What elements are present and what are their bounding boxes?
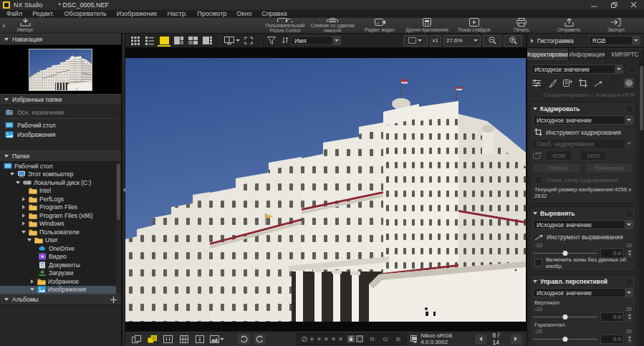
fullscreen-button[interactable] [242,35,255,47]
slider-thumb[interactable] [563,337,568,342]
expander-icon[interactable] [10,173,14,176]
straighten-slider[interactable] [533,249,597,256]
perspective-horizontal-value-field[interactable]: 0.0 [600,335,623,344]
expander-icon[interactable] [22,205,25,209]
include-edges-checkbox[interactable] [534,259,542,266]
expander-icon[interactable] [27,239,32,241]
print-button[interactable]: Печать [499,18,544,34]
star-icon[interactable]: ★ [330,336,336,342]
zoom-out-button[interactable] [483,35,501,47]
preset-checkbox[interactable] [628,65,635,73]
adjustments-preset-select[interactable]: Исходное значение [531,64,623,74]
perspective-preset-select[interactable]: Исходное значение [533,288,633,297]
crop-tool-button[interactable]: Инструмент кадрирования [533,127,633,138]
aspect-swap-icon[interactable] [533,152,542,160]
menu-file[interactable]: Файл [1,10,27,18]
albums-header[interactable]: Альбомы [0,294,121,305]
scrollbar-thumb[interactable] [640,66,643,130]
tree-item-intel[interactable]: Intel [0,187,121,196]
one-to-one-button[interactable] [162,334,174,345]
perspective-enable-checkbox[interactable] [625,278,633,286]
tree-item-this-pc[interactable]: Этот компьютер [0,170,121,179]
tree-scrollbar[interactable] [116,162,121,294]
expander-icon[interactable] [533,280,537,283]
crop-enable-checkbox[interactable] [625,105,633,113]
zoom-level-select[interactable]: 27.6% [443,35,481,47]
photo-canvas[interactable] [125,58,526,322]
histogram-expander-icon[interactable] [531,39,534,43]
expander-icon[interactable] [22,197,25,201]
tree-item-program-files[interactable]: Program Files [0,203,121,212]
tree-item-pictures-selected[interactable]: Изображения [0,286,121,294]
picture-control-button[interactable]: Пользовательский Picture Control [263,18,307,34]
levels-tool-icon[interactable] [532,79,542,87]
rating-zero-icon[interactable] [302,336,307,342]
tree-item-user[interactable]: User [0,236,121,245]
label-toggle[interactable] [356,335,363,342]
expander-icon[interactable] [16,181,20,184]
menu-window[interactable]: Окно [231,10,256,18]
tree-item-program-files-x86[interactable]: Program Files (x86) [0,211,121,220]
tree-item-onedrive[interactable]: OneDrive [0,244,121,253]
split-view-button[interactable] [172,35,185,47]
star-icon[interactable]: ★ [316,336,322,342]
add-album-button[interactable] [110,297,117,303]
crop-mode-select[interactable]: Своб. кадрирование [533,139,633,148]
favorite-item-pictures[interactable]: Изображения [0,130,121,139]
slider-thumb[interactable] [563,251,568,256]
thumbnail-grid-button[interactable] [178,334,190,345]
expander-icon[interactable] [22,213,25,218]
list-view-button[interactable] [143,35,156,47]
star-icon[interactable]: ★ [337,336,343,342]
crop-height-field[interactable]: 2832 [580,150,607,160]
settings-button[interactable] [624,78,634,88]
panel-scrollbar[interactable] [639,60,644,346]
pixel-shift-merge-button[interactable]: Слияние со сдвигом пикселя [310,18,355,34]
perspective-vertical-slider[interactable] [533,313,597,320]
crop-tool-icon[interactable] [579,79,587,87]
crop-cancel-button[interactable]: Отмена [533,163,582,173]
redo-button[interactable] [254,334,266,345]
perspective-horizontal-stepper[interactable] [626,334,633,345]
hdr-checkbox[interactable] [532,91,540,99]
filmstrip-view-button[interactable] [201,35,213,47]
menu-settings[interactable]: Настр. [163,10,193,18]
straighten-tool-icon[interactable] [594,79,602,87]
next-image-button[interactable] [511,335,522,344]
expander-icon[interactable] [31,279,34,284]
menu-help[interactable]: Справка [256,10,292,18]
crop-grid-checkbox[interactable] [534,176,542,184]
multi-view-button[interactable] [186,35,199,47]
tree-item-windows[interactable]: Windows [0,220,121,229]
compare-mode-button[interactable] [224,35,241,47]
menu-view[interactable]: Просмотр [192,10,231,18]
send-button[interactable]: Отправить [547,18,591,34]
favorites-header[interactable]: Избранные папки [0,94,121,105]
scrollbar-thumb[interactable] [117,164,120,220]
menu-image[interactable]: Изображение [112,10,163,18]
zoom-1to1-button[interactable]: x1 [430,35,441,47]
protect-toggle[interactable] [347,335,355,342]
folders-header[interactable]: Папки [0,150,121,162]
favorite-item-desktop[interactable]: Рабочий стол [0,120,121,130]
star-icon[interactable]: ★ [323,336,329,342]
tree-item-users[interactable]: Пользователи [0,228,121,236]
compare-button[interactable] [130,334,143,345]
tab-adjustments[interactable]: Корректировки [527,48,569,60]
expander-icon[interactable] [533,107,537,110]
straighten-tool-button[interactable]: Инструмент выравнивания [533,231,633,242]
menu-edit[interactable]: Редакт. [27,10,59,18]
tree-item-perflogs[interactable]: PerfLogs [0,195,121,203]
crop-preset-select[interactable]: Исходное значение [533,115,633,125]
histogram-channel-select[interactable]: RGB [589,36,640,45]
video-edit-button[interactable]: Редакт. видео [357,18,402,34]
undo-button[interactable] [238,334,250,345]
close-button[interactable] [624,0,644,10]
tree-item-downloads[interactable]: Загрузки [0,269,121,278]
minimize-button[interactable] [584,0,604,10]
restore-button[interactable] [604,0,624,10]
tab-info[interactable]: Информация [569,48,607,60]
toolbar-collapse-button[interactable] [0,18,9,34]
tab-xmp-iptc[interactable]: XMP/IPTC [606,48,644,60]
previous-image-button[interactable] [475,335,486,344]
